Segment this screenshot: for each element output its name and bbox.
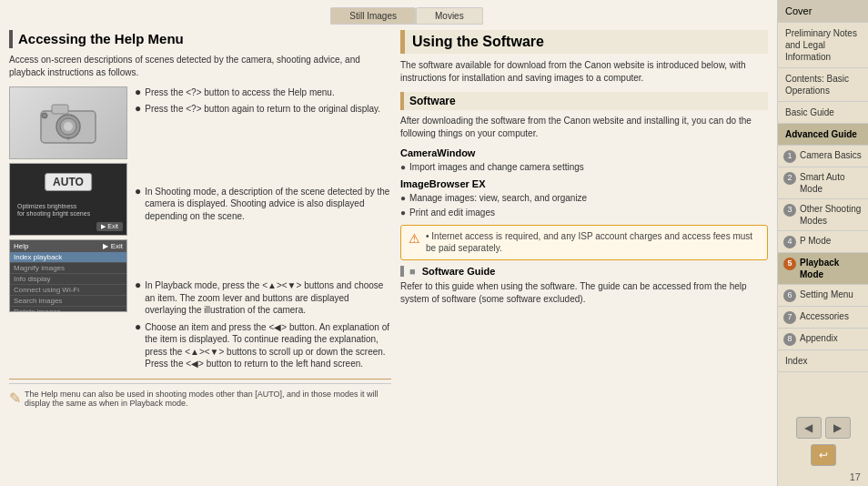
bullet-dot-2: ●: [135, 103, 141, 116]
page-number: 17: [778, 471, 868, 486]
warning-bullet: •: [426, 231, 429, 241]
sidebar-label-2: Smart Auto Mode: [800, 171, 863, 195]
sidebar-num-1: 1: [783, 150, 796, 163]
bullet-1: ● Press the <?> button to access the Hel…: [135, 86, 391, 99]
tab-movies[interactable]: Movies: [416, 7, 483, 25]
bullet-list: ● Press the <?> button to access the Hel…: [135, 86, 391, 375]
camera-images-column: ? AUTO Optimizes brightnessfor shooting …: [9, 86, 127, 375]
bullet-dot-5: ●: [135, 321, 141, 370]
right-section-title: Using the Software: [400, 30, 768, 54]
auto-label: AUTO: [45, 173, 92, 191]
svg-point-4: [64, 122, 73, 131]
sidebar-item-6[interactable]: 6 Setting Menu: [778, 285, 868, 307]
sidebar-cover[interactable]: Cover: [778, 0, 868, 23]
sidebar-item-4[interactable]: 4 P Mode: [778, 231, 868, 253]
sidebar-num-5: 5: [783, 258, 796, 270]
help-item-2: Magnify images: [10, 263, 126, 274]
camera-window-bullet-1: ● Import images and change camera settin…: [400, 161, 768, 174]
bullet-text-3: In Shooting mode, a description of the s…: [145, 186, 391, 223]
right-description: The software available for download from…: [400, 59, 768, 85]
bullet-text-5: Choose an item and press the <◀> button.…: [145, 321, 391, 370]
sidebar-item-2[interactable]: 2 Smart Auto Mode: [778, 167, 868, 199]
help-item-1: Index playback: [10, 252, 126, 263]
help-item-3: Info display: [10, 274, 126, 285]
bullet-text-4: In Playback mode, press the <▲><▼> butto…: [145, 279, 391, 317]
sidebar-num-3: 3: [783, 204, 796, 217]
cw-dot-1: ●: [400, 161, 406, 174]
camera-window-title: CameraWindow: [400, 147, 768, 158]
sidebar-contents[interactable]: Contents: Basic Operations: [778, 68, 868, 102]
svg-rect-1: [52, 105, 68, 114]
sidebar-num-4: 4: [783, 236, 796, 248]
sidebar-label-5: Playback Mode: [800, 257, 863, 280]
nav-buttons: ◀ ▶: [778, 411, 868, 444]
camera-image-1: ?: [9, 86, 127, 159]
help-item-5: Search images: [10, 296, 126, 307]
note-text: The Help menu can also be used in shooti…: [25, 390, 391, 408]
warning-icon: ⚠: [409, 230, 420, 255]
bullet-5: ● Choose an item and press the <◀> butto…: [135, 321, 391, 370]
bullet-3: ● In Shooting mode, a description of the…: [135, 186, 391, 223]
left-column: Accessing the Help Menu Access on-screen…: [9, 30, 391, 481]
content-row: ? AUTO Optimizes brightnessfor shooting …: [9, 86, 391, 375]
sidebar-label-6: Setting Menu: [800, 289, 863, 300]
next-button[interactable]: ▶: [825, 417, 851, 439]
sidebar-item-1[interactable]: 1 Camera Basics: [778, 146, 868, 167]
help-screen: Help ▶ Exit Index playback Magnify image…: [10, 240, 126, 311]
sidebar-label-4: P Mode: [800, 235, 863, 247]
svg-point-5: [42, 113, 47, 118]
left-section-title: Accessing the Help Menu: [9, 30, 391, 48]
help-header: Help ▶ Exit: [10, 240, 126, 252]
cw-text-1: Import images and change camera settings: [409, 161, 584, 174]
warning-text: • Internet access is required, and any I…: [426, 230, 760, 255]
sidebar-num-2: 2: [783, 172, 796, 185]
bullet-dot-3: ●: [135, 186, 141, 223]
software-desc: After downloading the software from the …: [400, 115, 768, 140]
bullet-text-1: Press the <?> button to access the Help …: [145, 86, 334, 99]
return-button[interactable]: ↩: [811, 444, 836, 466]
sidebar: Cover Preliminary Notes and Legal Inform…: [777, 0, 868, 486]
camera-image-3: Help ▶ Exit Index playback Magnify image…: [9, 239, 127, 312]
sidebar-label-1: Camera Basics: [800, 149, 863, 161]
help-item-4: Connect using Wi-Fi: [10, 285, 126, 296]
help-title: Help: [14, 242, 28, 250]
help-exit: ▶ Exit: [103, 242, 123, 250]
ib-text-2: Print and edit images: [409, 207, 495, 219]
bullet-dot-1: ●: [135, 86, 141, 99]
auto-sub: Optimizes brightnessfor shooting bright …: [17, 203, 90, 218]
sidebar-num-6: 6: [783, 289, 796, 302]
sidebar-index[interactable]: Index: [778, 350, 868, 372]
prev-button[interactable]: ◀: [796, 417, 822, 439]
help-item-6: Rotate images: [10, 307, 126, 312]
sidebar-num-8: 8: [783, 333, 796, 346]
sidebar-label-3: Other Shooting Modes: [800, 203, 863, 227]
sidebar-prelim[interactable]: Preliminary Notes and Legal Information: [778, 23, 868, 68]
ib-dot-1: ●: [400, 192, 406, 205]
sidebar-item-5[interactable]: 5 Playback Mode: [778, 253, 868, 285]
sidebar-item-7[interactable]: 7 Accessories: [778, 307, 868, 329]
left-divider: [9, 379, 391, 380]
warning-box: ⚠ • Internet access is required, and any…: [400, 225, 768, 260]
bullet-text-2: Press the <?> button again to return to …: [145, 103, 380, 116]
tabs-bar: Still Images Movies: [45, 7, 768, 25]
ib-bullet-2: ● Print and edit images: [400, 207, 768, 219]
left-description: Access on-screen descriptions of scenes …: [9, 54, 391, 79]
sidebar-item-8[interactable]: 8 Appendix: [778, 329, 868, 350]
tab-still-images[interactable]: Still Images: [330, 7, 416, 25]
software-section-title: Software: [400, 92, 768, 110]
bullet-dot-4: ●: [135, 279, 141, 317]
sidebar-basic-guide[interactable]: Basic Guide: [778, 102, 868, 124]
bullet-4: ● In Playback mode, press the <▲><▼> but…: [135, 279, 391, 317]
sidebar-label-8: Appendix: [800, 332, 863, 344]
note-icon: ✎: [9, 390, 21, 408]
ib-bullet-1: ● Manage images: view, search, and organ…: [400, 192, 768, 205]
sidebar-num-7: 7: [783, 311, 796, 324]
software-guide-text: Refer to this guide when using the softw…: [400, 280, 768, 306]
return-button-container: ↩: [778, 444, 868, 471]
sidebar-item-3[interactable]: 3 Other Shooting Modes: [778, 199, 868, 231]
ib-text-1: Manage images: view, search, and organiz…: [409, 192, 587, 205]
sidebar-advanced-guide[interactable]: Advanced Guide: [778, 124, 868, 146]
ib-dot-2: ●: [400, 207, 406, 219]
sidebar-label-7: Accessories: [800, 310, 863, 322]
software-guide-title: ■ Software Guide: [400, 266, 768, 277]
